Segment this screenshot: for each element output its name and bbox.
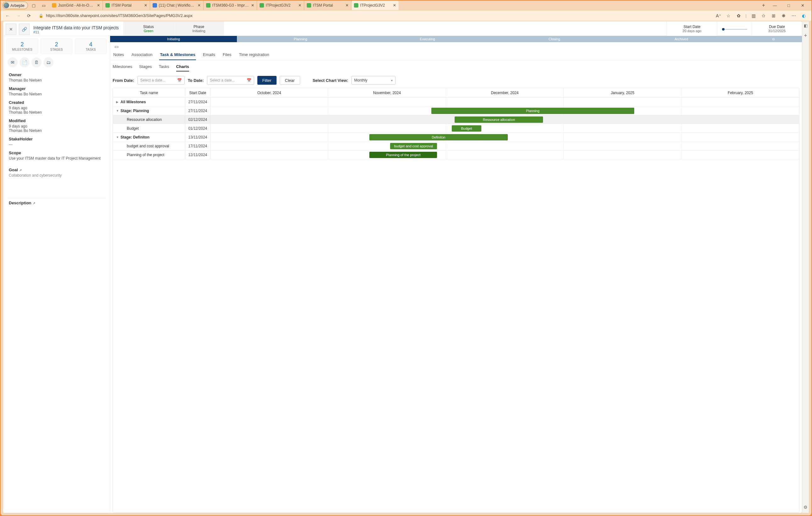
back-button[interactable]: ← — [3, 11, 12, 20]
sub-tabs: MilestonesStagesTasksCharts — [110, 60, 432, 74]
modified-when: 9 days ago — [9, 124, 104, 129]
manager-value: Thomas Bo Nielsen — [9, 92, 104, 96]
favicon — [152, 3, 157, 7]
gantt-row[interactable]: ▼Stage: Definiton13/11/2024Definiton — [113, 133, 432, 142]
main-tab[interactable]: Task & Milestones — [159, 52, 196, 60]
close-tab-icon[interactable]: ✕ — [251, 3, 254, 7]
main-tab[interactable]: Time registration — [238, 52, 270, 60]
count-card[interactable]: 4TASKS — [75, 38, 107, 54]
stakeholder-label: StakeHolder — [9, 137, 104, 141]
gantt-task-name: Ressource allocation — [113, 115, 185, 124]
gantt-bar[interactable]: Definiton — [369, 134, 432, 140]
browser-tab[interactable]: JsonGrid - All-In-One JS✕ — [49, 1, 103, 10]
col-start-date: Start Date — [185, 88, 210, 97]
filter-row: From Date: Select a date... 📅 To Date: S… — [110, 74, 432, 88]
clear-button[interactable]: Clear — [280, 76, 300, 85]
gantt-row[interactable]: Ressource allocation02/12/2024Ressource … — [113, 115, 432, 124]
sub-tab[interactable]: Tasks — [159, 64, 169, 72]
tabs-strip: JsonGrid - All-In-One JS✕ITSM Portal✕(11… — [49, 1, 432, 10]
card-icon[interactable]: ▭ — [110, 42, 432, 49]
link-button[interactable]: 🔗 — [19, 24, 30, 35]
phase-card: Phase Initiating — [174, 21, 224, 36]
sub-tab[interactable]: Charts — [176, 64, 189, 72]
folder-icon[interactable]: 🗂 — [44, 57, 54, 67]
address-bar[interactable]: 🔒 https://itsm360site.sharepoint.com/sit… — [35, 12, 432, 20]
profile-switcher[interactable]: Arbejde — [2, 2, 28, 9]
lock-icon: 🔒 — [39, 13, 44, 18]
from-date-input[interactable]: Select a date... 📅 — [138, 76, 185, 85]
browser-tab[interactable]: ITSM Portal✕ — [304, 1, 351, 10]
owner-value: Thomas Bo Nielsen — [9, 78, 104, 82]
browser-tab[interactable]: ITProjectG3V2✕ — [257, 1, 304, 10]
gantt-task-name: ▼Stage: Planning — [113, 106, 185, 115]
description-label: Description↗ — [9, 200, 104, 205]
gantt-row[interactable]: Planning of the project12/11/2024Plannin… — [113, 151, 432, 159]
main-tab[interactable]: Files — [222, 52, 232, 60]
page-content: ✕ 🔗 Integrate ITSM data into your ITSM p… — [3, 21, 432, 277]
gantt-row[interactable]: budget and cost approval17/11/2024budget… — [113, 142, 432, 151]
forward-button[interactable]: → — [14, 11, 23, 20]
count-card[interactable]: 2MILESTONES — [6, 38, 38, 54]
count-card[interactable]: 2STAGES — [40, 38, 72, 54]
tab-label: ITSM Portal — [112, 3, 142, 7]
refresh-button[interactable]: ⟳ — [25, 11, 33, 20]
phase-chip[interactable]: Planning — [237, 36, 364, 42]
document-icon[interactable]: 📄 — [20, 57, 30, 67]
record-title: Integrate ITSM data into your ITSM proje… — [33, 25, 119, 30]
external-link-icon[interactable]: ↗ — [33, 201, 35, 205]
gantt-bar[interactable]: budget and cost approval — [390, 143, 432, 149]
to-date-input[interactable]: Select a date... 📅 — [207, 76, 254, 85]
close-tab-icon[interactable]: ✕ — [345, 3, 349, 7]
tab-label: ITProjectG3V2 — [360, 3, 391, 7]
favicon — [52, 3, 56, 7]
gantt-start-date: 27/11/2024 — [185, 106, 210, 115]
chart-view-select[interactable]: Monthly ▾ — [351, 76, 396, 85]
count-label: STAGES — [50, 48, 63, 51]
workspaces-icon[interactable]: ▢ — [29, 1, 38, 10]
close-tab-icon[interactable]: ✕ — [97, 3, 100, 7]
calendar-icon[interactable]: 🗓 — [31, 57, 41, 67]
email-icon[interactable]: ✉ — [7, 57, 18, 67]
gantt-row[interactable]: Budget01/12/2024Budget — [113, 124, 432, 133]
close-tab-icon[interactable]: ✕ — [144, 3, 147, 7]
favicon — [106, 3, 110, 7]
count-label: TASKS — [86, 48, 96, 51]
gantt-row[interactable]: ▶All Milestones27/11/2024 — [113, 98, 432, 106]
tab-label: (11) Chat | Workflows | — [159, 3, 196, 7]
sub-tab[interactable]: Milestones — [113, 64, 132, 72]
to-date-label: To Date: — [188, 78, 204, 83]
details-sidebar: 2MILESTONES2STAGES4TASKS ✉ 📄 🗓 🗂 Owner T… — [3, 36, 110, 277]
phase-chip[interactable]: Initiating — [110, 36, 237, 42]
main-tabs: NotesAssociationTask & MilestonesEmailsF… — [110, 49, 432, 60]
main-tab[interactable]: Emails — [202, 52, 216, 60]
record-header: ✕ 🔗 Integrate ITSM data into your ITSM p… — [3, 21, 432, 36]
close-tab-icon[interactable]: ✕ — [198, 3, 201, 7]
sub-tab[interactable]: Stages — [139, 64, 152, 72]
browser-tab[interactable]: (11) Chat | Workflows | ✕ — [150, 1, 204, 10]
browser-tab[interactable]: ITSM360-G3 - Improvem✕ — [204, 1, 257, 10]
status-card: Status Green — [123, 21, 174, 36]
phase-chip[interactable]: Executing — [364, 36, 432, 42]
record-id: #11 — [33, 30, 119, 34]
gantt-chart-cell: Planning — [210, 106, 432, 115]
external-link-icon[interactable]: ↗ — [19, 168, 22, 172]
phase-value: Initiating — [193, 29, 205, 33]
caret-icon[interactable]: ▼ — [116, 109, 119, 112]
filter-button[interactable]: Filter — [257, 76, 277, 85]
close-tab-icon[interactable]: ✕ — [298, 3, 301, 7]
calendar-icon: 📅 — [246, 78, 251, 82]
browser-tab[interactable]: ITProjectG3V2✕ — [351, 1, 399, 10]
main-tab[interactable]: Association — [131, 52, 153, 60]
gantt-bar[interactable]: Planning of the project — [369, 152, 432, 158]
gantt-bar[interactable]: Planning — [431, 108, 432, 114]
caret-icon[interactable]: ▼ — [116, 136, 119, 139]
gantt-row[interactable]: ▼Stage: Planning27/11/2024Planning — [113, 106, 432, 115]
gantt-chart-cell: Ressource allocation — [210, 115, 432, 124]
close-tab-icon[interactable]: ✕ — [393, 3, 396, 7]
gantt-start-date: 02/12/2024 — [185, 115, 210, 124]
tab-actions-icon[interactable]: ▭ — [39, 1, 48, 10]
main-tab[interactable]: Notes — [113, 52, 124, 60]
browser-tab[interactable]: ITSM Portal✕ — [103, 1, 150, 10]
caret-icon[interactable]: ▶ — [116, 101, 119, 104]
close-panel-button[interactable]: ✕ — [6, 24, 17, 35]
